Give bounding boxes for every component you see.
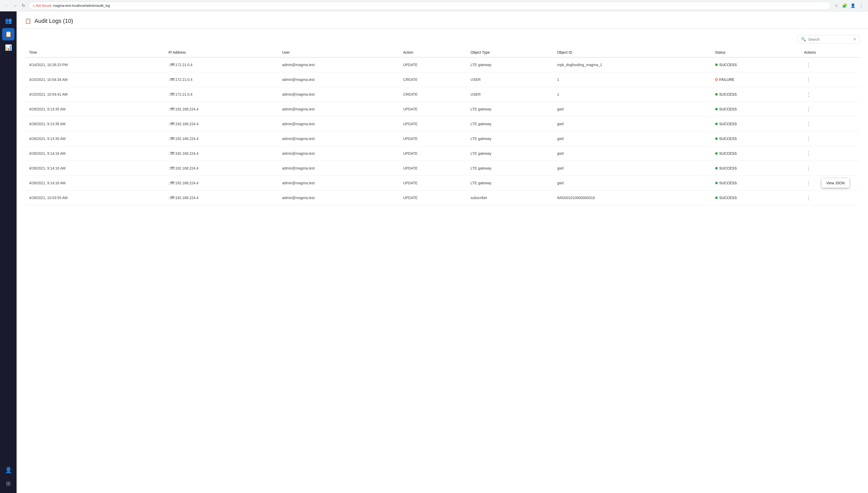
status-text: SUCCESS (719, 166, 737, 170)
status-dot (715, 196, 718, 199)
cell-object-type: LTE gateway (466, 161, 553, 176)
cell-ip: ::ffff:192.168.224.4 (164, 116, 278, 131)
col-time: Time (25, 48, 164, 57)
status-dot (715, 137, 718, 140)
actions-cell: ⋮ (800, 161, 860, 176)
reload-button[interactable]: ↻ (20, 2, 27, 9)
url-text: magma-test.localhost/admin/audit_log (53, 4, 110, 7)
cell-ip: ::ffff:172.21.0.4 (164, 57, 278, 72)
actions-cell: ⋮ (800, 57, 860, 72)
cell-object-type: LTE gateway (466, 131, 553, 146)
status-text: SUCCESS (719, 181, 737, 185)
actions-cell: ⋮ (800, 102, 860, 116)
cell-status: SUCCESS (711, 176, 800, 191)
col-user: User (278, 48, 399, 57)
actions-cell: ⋮ (800, 72, 860, 87)
cell-action: UPDATE (399, 102, 466, 116)
status-text: SUCCESS (719, 107, 737, 111)
profile-button[interactable]: 👤 (849, 2, 856, 9)
row-actions-button[interactable]: ⋮ (804, 150, 813, 157)
table-header-row: Time IP Address User Action Object Type … (25, 48, 860, 57)
cell-action: UPDATE (399, 57, 466, 72)
col-ip: IP Address (164, 48, 278, 57)
row-actions-button[interactable]: ⋮ (804, 120, 813, 128)
cell-ip: ::ffff:192.168.224.4 (164, 146, 278, 161)
status-text: FAILURE (719, 78, 734, 82)
row-actions-button[interactable]: ⋮ (804, 61, 813, 68)
cell-time: 4/28/2021, 9:13:35 AM (25, 102, 164, 116)
back-button[interactable]: ← (3, 2, 10, 9)
row-actions-button[interactable]: ⋮ (804, 106, 813, 113)
app-wrapper: 👥 📋 📊 👤 ⊞ 📋 Audit Logs (10) 🔍 ✕ (0, 12, 868, 493)
col-status: Status (711, 48, 800, 57)
sidebar-item-chart[interactable]: 📊 (2, 41, 15, 54)
bookmark-button[interactable]: ☆ (833, 2, 840, 9)
table-row: 4/28/2021, 9:14:16 AM ::ffff:192.168.224… (25, 161, 860, 176)
clear-search-icon[interactable]: ✕ (853, 37, 856, 42)
cell-time: 4/28/2021, 9:14:16 AM (25, 176, 164, 191)
row-actions-button[interactable]: ⋮ (804, 91, 813, 98)
sidebar-item-audit[interactable]: 📋 (2, 28, 15, 40)
table-container: 🔍 ✕ Time IP Address User Action Object T… (17, 29, 868, 212)
cell-user: admin@magma.test (278, 131, 399, 146)
cell-object-id: gw0 (553, 146, 711, 161)
table-row: 4/28/2021, 9:13:35 AM ::ffff:192.168.224… (25, 116, 860, 131)
cell-object-type: USER (466, 87, 553, 102)
status-dot (715, 108, 718, 110)
cell-status: FAILURE (711, 72, 800, 87)
cell-object-id: gw0 (553, 102, 711, 116)
sidebar-bottom: 👤 ⊞ (2, 464, 15, 490)
actions-cell: ⋮ (800, 87, 860, 102)
forward-button[interactable]: → (12, 2, 19, 9)
cell-time: 4/28/2021, 10:03:55 AM (25, 191, 164, 205)
menu-button[interactable]: ⋮ (858, 2, 865, 9)
extensions-button[interactable]: 🧩 (841, 2, 848, 9)
cell-user: admin@magma.test (278, 146, 399, 161)
cell-object-type: LTE gateway (466, 176, 553, 191)
row-actions-button[interactable]: ⋮ (804, 135, 813, 142)
cell-ip: ::ffff:192.168.224.4 (164, 161, 278, 176)
cell-object-id: gw0 (553, 176, 711, 191)
row-actions-button[interactable]: ⋮ (804, 179, 813, 187)
cell-user: admin@magma.test (278, 87, 399, 102)
cell-user: admin@magma.test (278, 72, 399, 87)
cell-object-id: mpk_dogfooding_magma_1 (553, 57, 711, 72)
row-actions-button[interactable]: ⋮ (804, 76, 813, 83)
page-header: 📋 Audit Logs (10) (17, 12, 868, 29)
search-input[interactable] (808, 37, 851, 41)
row-actions-button[interactable]: ⋮ (804, 194, 813, 201)
browser-chrome: ← → ↻ Not Secure magma-test.localhost/ad… (0, 0, 868, 12)
sidebar-item-apps[interactable]: ⊞ (2, 477, 15, 490)
sidebar: 👥 📋 📊 👤 ⊞ (0, 12, 17, 493)
page-title: Audit Logs (10) (35, 18, 73, 24)
cell-action: UPDATE (399, 176, 466, 191)
view-json-button[interactable]: View JSON (822, 178, 849, 188)
col-object-type: Object Type (466, 48, 553, 57)
cell-status: SUCCESS (711, 146, 800, 161)
status-text: SUCCESS (719, 63, 737, 67)
audit-log-icon: 📋 (25, 18, 31, 24)
table-row: 4/28/2021, 9:13:35 AM ::ffff:192.168.224… (25, 102, 860, 116)
search-icon: 🔍 (801, 37, 806, 42)
table-row: 4/28/2021, 9:14:16 AM ::ffff:192.168.224… (25, 146, 860, 161)
cell-object-id: gw0 (553, 116, 711, 131)
cell-time: 4/28/2021, 9:14:16 AM (25, 161, 164, 176)
cell-object-id: 1 (553, 72, 711, 87)
actions-cell: ⋮ (800, 131, 860, 146)
sidebar-item-user[interactable]: 👤 (2, 464, 15, 476)
status-text: SUCCESS (719, 136, 737, 141)
cell-status: SUCCESS (711, 191, 800, 205)
cell-ip: ::ffff:192.168.224.4 (164, 191, 278, 205)
table-row: 4/28/2021, 10:03:55 AM ::ffff:192.168.22… (25, 191, 860, 205)
cell-status: SUCCESS (711, 131, 800, 146)
cell-object-type: USER (466, 72, 553, 87)
row-actions-button[interactable]: ⋮ (804, 165, 813, 172)
sidebar-item-people[interactable]: 👥 (2, 15, 15, 27)
address-bar[interactable]: Not Secure magma-test.localhost/admin/au… (29, 2, 831, 9)
cell-user: admin@magma.test (278, 176, 399, 191)
actions-cell: ⋮ (800, 116, 860, 131)
table-body: 4/14/2021, 10:26:23 PM ::ffff:172.21.0.4… (25, 57, 860, 205)
search-bar-wrapper: 🔍 ✕ (25, 35, 860, 44)
cell-object-id: IMSI001010000000018 (553, 191, 711, 205)
browser-navigation: ← → ↻ (3, 2, 27, 9)
